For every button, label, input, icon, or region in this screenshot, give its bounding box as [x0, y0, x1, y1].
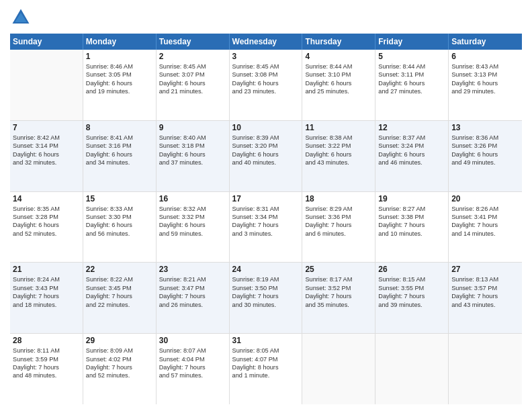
- calendar-day-14: 14Sunrise: 8:35 AMSunset: 3:28 PMDayligh…: [10, 192, 83, 263]
- cell-info-line: Sunrise: 8:32 AM: [159, 205, 226, 213]
- cell-info-line: Sunset: 3:11 PM: [378, 71, 445, 79]
- cell-info-line: and 52 minutes.: [86, 371, 153, 379]
- day-number: 14: [13, 194, 80, 203]
- cell-info-line: Daylight: 7 hours: [378, 292, 445, 300]
- calendar-day-12: 12Sunrise: 8:37 AMSunset: 3:24 PMDayligh…: [375, 121, 449, 191]
- cell-info-line: Sunrise: 8:17 AM: [305, 275, 372, 283]
- calendar-day-16: 16Sunrise: 8:32 AMSunset: 3:32 PMDayligh…: [157, 192, 230, 263]
- header-day-saturday: Saturday: [449, 34, 522, 50]
- day-number: 30: [159, 336, 226, 345]
- day-number: 4: [305, 52, 372, 61]
- day-number: 9: [159, 123, 226, 132]
- cell-info-line: Sunset: 3:36 PM: [305, 213, 372, 221]
- cell-info-line: Sunrise: 8:22 AM: [86, 275, 153, 283]
- cell-info-line: Daylight: 6 hours: [159, 150, 226, 158]
- cell-info-line: and 22 minutes.: [86, 301, 153, 309]
- calendar-day-26: 26Sunrise: 8:15 AMSunset: 3:55 PMDayligh…: [375, 263, 449, 333]
- calendar-week-1: 1Sunrise: 8:46 AMSunset: 3:05 PMDaylight…: [10, 50, 522, 121]
- cell-info-line: and 48 minutes.: [13, 371, 80, 379]
- calendar-day-9: 9Sunrise: 8:40 AMSunset: 3:18 PMDaylight…: [157, 121, 230, 191]
- cell-info-line: Sunset: 3:22 PM: [305, 142, 372, 150]
- calendar-day-4: 4Sunrise: 8:44 AMSunset: 3:10 PMDaylight…: [302, 50, 375, 120]
- cell-info-line: Sunrise: 8:15 AM: [378, 275, 445, 283]
- cell-info-line: Daylight: 6 hours: [232, 79, 300, 87]
- cell-info-line: Daylight: 6 hours: [451, 150, 519, 158]
- cell-info-line: Sunset: 3:43 PM: [13, 284, 80, 292]
- calendar-header: SundayMondayTuesdayWednesdayThursdayFrid…: [10, 34, 522, 50]
- cell-info-line: Sunrise: 8:24 AM: [13, 275, 80, 283]
- calendar-day-22: 22Sunrise: 8:22 AMSunset: 3:45 PMDayligh…: [83, 263, 157, 333]
- cell-info-line: Sunrise: 8:46 AM: [86, 62, 153, 71]
- calendar-day-8: 8Sunrise: 8:41 AMSunset: 3:16 PMDaylight…: [83, 121, 157, 191]
- calendar-day-29: 29Sunrise: 8:09 AMSunset: 4:02 PMDayligh…: [83, 334, 157, 404]
- cell-info-line: Daylight: 6 hours: [305, 150, 372, 158]
- day-number: 11: [305, 123, 372, 132]
- day-number: 6: [451, 52, 519, 61]
- calendar-week-4: 21Sunrise: 8:24 AMSunset: 3:43 PMDayligh…: [10, 263, 522, 334]
- cell-info-line: Sunrise: 8:05 AM: [232, 347, 300, 355]
- cell-info-line: Daylight: 7 hours: [86, 292, 153, 300]
- cell-info-line: Sunrise: 8:41 AM: [86, 134, 153, 142]
- calendar-week-3: 14Sunrise: 8:35 AMSunset: 3:28 PMDayligh…: [10, 192, 522, 263]
- calendar-empty-cell: [375, 334, 449, 404]
- calendar-day-18: 18Sunrise: 8:29 AMSunset: 3:36 PMDayligh…: [302, 192, 375, 263]
- calendar: SundayMondayTuesdayWednesdayThursdayFrid…: [10, 34, 522, 404]
- calendar-day-23: 23Sunrise: 8:21 AMSunset: 3:47 PMDayligh…: [157, 263, 230, 333]
- cell-info-line: and 6 minutes.: [305, 230, 372, 238]
- day-number: 31: [232, 336, 300, 345]
- cell-info-line: Daylight: 6 hours: [86, 221, 153, 229]
- cell-info-line: Sunrise: 8:42 AM: [13, 134, 80, 142]
- calendar-day-2: 2Sunrise: 8:45 AMSunset: 3:07 PMDaylight…: [157, 50, 230, 120]
- day-number: 21: [13, 265, 80, 274]
- cell-info-line: Sunset: 3:57 PM: [451, 284, 519, 292]
- cell-info-line: Sunset: 4:04 PM: [159, 355, 226, 363]
- cell-info-line: and 26 minutes.: [159, 301, 226, 309]
- day-number: 15: [86, 194, 153, 203]
- calendar-empty-cell: [10, 50, 83, 120]
- cell-info-line: Sunrise: 8:44 AM: [305, 62, 372, 71]
- cell-info-line: Daylight: 7 hours: [86, 363, 153, 371]
- cell-info-line: Sunrise: 8:45 AM: [232, 62, 300, 71]
- cell-info-line: Daylight: 6 hours: [13, 150, 80, 158]
- cell-info-line: Daylight: 7 hours: [232, 221, 300, 229]
- cell-info-line: Sunrise: 8:07 AM: [159, 347, 226, 355]
- cell-info-line: Sunset: 3:13 PM: [451, 71, 519, 79]
- cell-info-line: and 10 minutes.: [378, 230, 445, 238]
- cell-info-line: Sunrise: 8:21 AM: [159, 275, 226, 283]
- day-number: 22: [86, 265, 153, 274]
- calendar-day-19: 19Sunrise: 8:27 AMSunset: 3:38 PMDayligh…: [375, 192, 449, 263]
- cell-info-line: and 52 minutes.: [13, 230, 80, 238]
- cell-info-line: Sunrise: 8:40 AM: [159, 134, 226, 142]
- calendar-week-2: 7Sunrise: 8:42 AMSunset: 3:14 PMDaylight…: [10, 121, 522, 192]
- cell-info-line: Sunset: 3:30 PM: [86, 213, 153, 221]
- calendar-day-11: 11Sunrise: 8:38 AMSunset: 3:22 PMDayligh…: [302, 121, 375, 191]
- cell-info-line: Daylight: 6 hours: [305, 79, 372, 87]
- cell-info-line: Sunrise: 8:35 AM: [13, 205, 80, 213]
- cell-info-line: Daylight: 6 hours: [13, 221, 80, 229]
- cell-info-line: and 19 minutes.: [86, 87, 153, 95]
- calendar-day-3: 3Sunrise: 8:45 AMSunset: 3:08 PMDaylight…: [230, 50, 303, 120]
- calendar-week-5: 28Sunrise: 8:11 AMSunset: 3:59 PMDayligh…: [10, 334, 522, 404]
- header-day-sunday: Sunday: [10, 34, 83, 50]
- day-number: 7: [13, 123, 80, 132]
- calendar-empty-cell: [302, 334, 375, 404]
- calendar-day-1: 1Sunrise: 8:46 AMSunset: 3:05 PMDaylight…: [83, 50, 157, 120]
- cell-info-line: Daylight: 6 hours: [86, 150, 153, 158]
- cell-info-line: and 29 minutes.: [451, 87, 519, 95]
- cell-info-line: Sunrise: 8:38 AM: [305, 134, 372, 142]
- cell-info-line: Sunset: 3:24 PM: [378, 142, 445, 150]
- cell-info-line: Sunset: 3:32 PM: [159, 213, 226, 221]
- cell-info-line: Sunrise: 8:39 AM: [232, 134, 300, 142]
- cell-info-line: Sunrise: 8:33 AM: [86, 205, 153, 213]
- cell-info-line: Daylight: 7 hours: [13, 292, 80, 300]
- cell-info-line: Sunset: 3:26 PM: [451, 142, 519, 150]
- day-number: 24: [232, 265, 300, 274]
- cell-info-line: Sunset: 3:08 PM: [232, 71, 300, 79]
- cell-info-line: Sunrise: 8:29 AM: [305, 205, 372, 213]
- cell-info-line: Sunset: 3:18 PM: [159, 142, 226, 150]
- day-number: 27: [451, 265, 519, 274]
- cell-info-line: Daylight: 8 hours: [232, 363, 300, 371]
- cell-info-line: Sunrise: 8:44 AM: [378, 62, 445, 71]
- cell-info-line: Daylight: 7 hours: [451, 292, 519, 300]
- cell-info-line: Daylight: 7 hours: [159, 363, 226, 371]
